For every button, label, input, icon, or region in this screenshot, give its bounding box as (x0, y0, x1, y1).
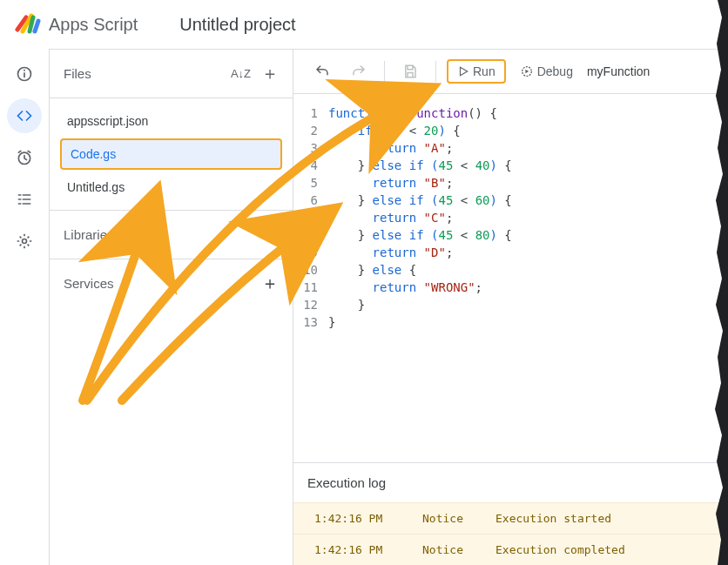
code-icon (16, 107, 33, 124)
code-line-content[interactable]: } (328, 313, 728, 331)
gutter-line-number: 11 (293, 279, 328, 296)
debug-label: Debug (537, 64, 573, 78)
files-title: Files (64, 66, 91, 81)
project-title[interactable]: Untitled project (179, 15, 295, 35)
separator (384, 61, 385, 82)
code-line-content[interactable]: return "WRONG"; (328, 279, 728, 296)
alarm-icon (16, 149, 33, 166)
undo-button[interactable] (307, 58, 337, 84)
code-line-content[interactable]: } else { (328, 261, 728, 279)
files-panel: Files A↓Z ＋ appsscript.json Code.gs Unti… (49, 49, 293, 565)
code-line[interactable]: 9 return "D"; (293, 244, 728, 261)
log-time: 1:42:16 PM (314, 512, 401, 525)
log-level: Notice (422, 512, 475, 525)
code-line[interactable]: 13} (293, 313, 728, 331)
debug-icon (520, 64, 534, 78)
code-line-content[interactable]: if (45 < 20) { (328, 122, 728, 139)
nav-triggers[interactable] (7, 140, 42, 175)
separator (435, 61, 436, 82)
log-message: Execution started (495, 512, 611, 525)
services-section: Services ＋ (50, 259, 293, 307)
execution-log: Execution log 1:42:16 PMNoticeExecution … (293, 462, 728, 565)
function-selector[interactable]: myFunction (587, 64, 650, 78)
log-row: 1:42:16 PMNoticeExecution completed (293, 534, 728, 565)
play-icon (457, 65, 469, 77)
nav-rail (0, 49, 49, 565)
code-line-content[interactable]: } else if (45 < 40) { (328, 157, 728, 174)
add-file-icon[interactable]: ＋ (261, 62, 279, 85)
code-line-content[interactable]: return "D"; (328, 244, 728, 261)
code-line[interactable]: 12 } (293, 296, 728, 313)
add-library-icon[interactable]: ＋ (261, 223, 279, 246)
code-line-content[interactable]: } else if (45 < 60) { (328, 192, 728, 209)
code-line[interactable]: 11 return "WRONG"; (293, 279, 728, 296)
nav-executions[interactable] (7, 182, 42, 217)
code-line-content[interactable]: } else if (45 < 80) { (328, 226, 728, 244)
libraries-section: Libraries ＋ (50, 210, 293, 259)
sort-icon[interactable]: A↓Z (231, 67, 251, 80)
code-line[interactable]: 2 if (45 < 20) { (293, 122, 728, 139)
gutter-line-number: 10 (293, 261, 328, 279)
header: Apps Script Untitled project (0, 0, 728, 49)
debug-button[interactable]: Debug (513, 59, 580, 84)
gutter-line-number: 1 (293, 104, 328, 122)
main: Files A↓Z ＋ appsscript.json Code.gs Unti… (0, 49, 728, 565)
info-icon (16, 65, 33, 83)
gutter-line-number: 9 (293, 244, 328, 261)
list-icon (16, 191, 33, 208)
logo: Apps Script (14, 10, 138, 38)
log-row: 1:42:16 PMNoticeExecution started (293, 502, 728, 534)
file-item-untitled[interactable]: Untitled.gs (50, 172, 293, 203)
gutter-line-number: 4 (293, 157, 328, 174)
nav-editor[interactable] (7, 98, 42, 133)
code-line-content[interactable]: return "C"; (328, 209, 728, 226)
log-message: Execution completed (495, 543, 625, 556)
code-line-content[interactable]: } (328, 296, 728, 313)
services-label: Services (64, 276, 114, 291)
code-line[interactable]: 5 return "B"; (293, 174, 728, 192)
code-line[interactable]: 10 } else { (293, 261, 728, 279)
code-line-content[interactable]: function myFunction() { (328, 104, 728, 122)
add-service-icon[interactable]: ＋ (261, 272, 279, 295)
app-name: Apps Script (49, 15, 138, 35)
files-header: Files A↓Z ＋ (50, 50, 293, 98)
gutter-line-number: 8 (293, 226, 328, 244)
file-item-code[interactable]: Code.gs (60, 138, 282, 170)
gutter-line-number: 5 (293, 174, 328, 192)
gutter-line-number: 12 (293, 296, 328, 313)
code-line-content[interactable]: return "A"; (328, 139, 728, 157)
run-label: Run (473, 64, 495, 78)
code-editor[interactable]: 1function myFunction() {2 if (45 < 20) {… (293, 94, 728, 462)
code-line-content[interactable]: return "B"; (328, 174, 728, 192)
libraries-label: Libraries (64, 227, 114, 242)
gutter-line-number: 7 (293, 209, 328, 226)
toolbar: Run Debug myFunction (293, 50, 728, 94)
redo-button[interactable] (344, 58, 374, 84)
code-line[interactable]: 3 return "A"; (293, 139, 728, 157)
code-line[interactable]: 6 } else if (45 < 60) { (293, 192, 728, 209)
torn-edge-decoration (711, 0, 728, 565)
file-list: appsscript.json Code.gs Untitled.gs (50, 98, 293, 210)
execution-log-title: Execution log (293, 463, 728, 502)
run-button[interactable]: Run (447, 59, 506, 84)
undo-icon (314, 64, 330, 79)
redo-icon (351, 64, 367, 79)
gear-icon (16, 232, 33, 250)
nav-overview[interactable] (7, 57, 42, 91)
code-line[interactable]: 8 } else if (45 < 80) { (293, 226, 728, 244)
nav-settings[interactable] (7, 224, 42, 259)
code-line[interactable]: 4 } else if (45 < 40) { (293, 157, 728, 174)
svg-point-2 (24, 70, 25, 71)
log-level: Notice (422, 543, 475, 556)
gutter-line-number: 6 (293, 192, 328, 209)
save-button[interactable] (395, 58, 425, 84)
files-actions: A↓Z ＋ (231, 62, 279, 85)
apps-script-logo-icon (14, 10, 42, 38)
gutter-line-number: 13 (293, 313, 328, 331)
svg-rect-1 (24, 72, 25, 77)
code-line[interactable]: 1function myFunction() { (293, 104, 728, 122)
svg-point-4 (23, 239, 27, 244)
code-line[interactable]: 7 return "C"; (293, 209, 728, 226)
save-icon (402, 64, 418, 79)
file-item-appsscript[interactable]: appsscript.json (50, 105, 293, 137)
